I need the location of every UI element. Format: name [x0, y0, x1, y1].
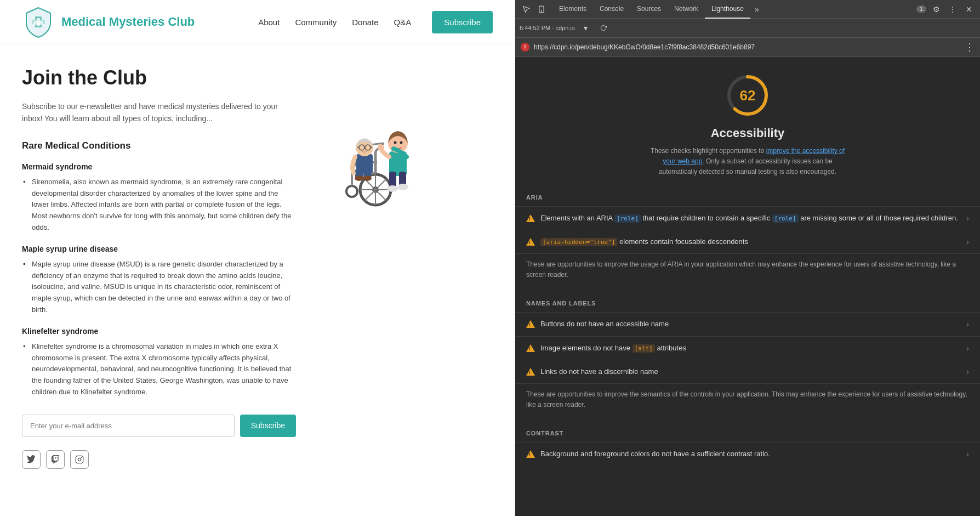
condition-maple-desc: Maple syrup urine disease (MSUD) is a ra… — [22, 259, 296, 316]
names-labels-note: These are opportunities to improve the s… — [515, 383, 980, 419]
device-icon[interactable] — [535, 3, 548, 16]
close-icon[interactable]: ✕ — [962, 3, 976, 16]
email-input[interactable] — [22, 415, 235, 437]
tab-console[interactable]: Console — [593, 0, 630, 19]
devtools-error-bar: ! https://cdpn.io/pen/debug/KKebGwO/0d8e… — [515, 38, 980, 57]
warn-icon-3 — [526, 320, 535, 328]
warn-icon-5 — [526, 367, 535, 376]
score-title: Accessibility — [711, 126, 785, 140]
conditions-section-title: Rare Medical Conditions — [22, 140, 296, 151]
aria-item-1-text: Elements with an ARIA [role] that requir… — [540, 213, 961, 223]
svg-point-48 — [541, 10, 542, 11]
aria-section-header: ARIA — [515, 189, 980, 206]
image-alt-text: Image elements do not have [alt] attribu… — [540, 343, 961, 353]
nav-about[interactable]: About — [258, 18, 280, 27]
website-panel: Medical Mysteries Club About Community D… — [0, 0, 515, 516]
link-name-item[interactable]: Links do not have a discernible name › — [515, 360, 980, 383]
code-role-1: [role] — [614, 214, 641, 223]
score-desc-before: These checks highlight opportunities to — [651, 147, 766, 155]
condition-klinefelter-desc: Klinefelter syndrome is a chromosomal va… — [22, 341, 296, 398]
condition-klinefelter: Klinefelter syndrome Klinefelter syndrom… — [22, 327, 296, 398]
devtools-panel: Elements Console Sources Network Lightho… — [515, 0, 980, 516]
svg-point-45 — [400, 141, 403, 144]
aria-item-2[interactable]: [aria-hidden="true"] elements contain fo… — [515, 230, 980, 253]
nav-links: About Community Donate Q&A Subscribe — [258, 11, 493, 33]
svg-rect-7 — [33, 21, 43, 25]
aria-note: These are opportunities to improve the u… — [515, 253, 980, 289]
condition-mermaid: Mermaid syndrome Sirenomelia, also known… — [22, 162, 296, 234]
svg-point-42 — [397, 184, 408, 190]
condition-maple: Maple syrup urine disease Maple syrup ur… — [22, 245, 296, 316]
svg-point-46 — [378, 144, 384, 151]
condition-mermaid-title: Mermaid syndrome — [22, 162, 296, 171]
warn-icon-1 — [526, 214, 535, 223]
settings-icon[interactable]: ⚙ — [930, 3, 943, 16]
link-name-text: Links do not have a discernible name — [540, 367, 961, 377]
devtools-tabbar: Elements Console Sources Network Lightho… — [515, 0, 980, 19]
chevron-2[interactable]: › — [966, 237, 969, 246]
tab-elements[interactable]: Elements — [552, 0, 593, 19]
aria-item-1[interactable]: Elements with an ARIA [role] that requir… — [515, 206, 980, 230]
more-tabs-icon[interactable]: » — [750, 3, 764, 16]
nav-subscribe-button[interactable]: Subscribe — [432, 11, 493, 33]
chevron-6[interactable]: › — [966, 450, 969, 458]
score-circle: 62 — [726, 73, 770, 117]
time-label: 6:44:52 PM · cdpn.io — [520, 25, 575, 31]
reload-icon[interactable] — [597, 21, 610, 35]
site-title: Medical Mysteries Club — [61, 15, 195, 29]
content-right — [318, 66, 482, 469]
chevron-1[interactable]: › — [966, 214, 969, 223]
svg-rect-8 — [76, 456, 83, 463]
button-name-item[interactable]: Buttons do not have an accessible name › — [515, 312, 980, 336]
tab-sources[interactable]: Sources — [630, 0, 668, 19]
nav-qa[interactable]: Q&A — [394, 18, 412, 27]
navigation: Medical Mysteries Club About Community D… — [0, 0, 515, 44]
nav-logo: Medical Mysteries Club — [22, 5, 195, 38]
subscribe-button[interactable]: Subscribe — [240, 415, 296, 437]
tab-network[interactable]: Network — [668, 0, 705, 19]
error-icon: ! — [521, 43, 529, 52]
condition-mermaid-desc: Sirenomelia, also known as mermaid syndr… — [22, 177, 296, 234]
color-contrast-item[interactable]: Background and foreground colors do not … — [515, 442, 980, 466]
code-role-2: [role] — [772, 214, 799, 223]
svg-point-30 — [355, 175, 363, 181]
code-alt: [alt] — [633, 344, 655, 353]
chevron-4[interactable]: › — [966, 344, 969, 353]
vertical-dots-icon[interactable]: ⋮ — [946, 3, 959, 16]
aria-section: ARIA Elements with an ARIA [role] that r… — [515, 189, 980, 295]
svg-point-44 — [394, 141, 397, 144]
inspect-icon[interactable] — [520, 3, 533, 16]
svg-point-41 — [387, 185, 398, 192]
svg-line-37 — [371, 147, 372, 148]
error-menu-icon[interactable]: ⋮ — [965, 41, 975, 53]
tab-lighthouse[interactable]: Lighthouse — [705, 0, 750, 19]
hero-illustration — [318, 88, 460, 214]
devtools-addressbar: 6:44:52 PM · cdpn.io ▾ — [515, 19, 980, 38]
warn-icon-4 — [526, 344, 535, 353]
dropdown-icon[interactable]: ▾ — [579, 21, 592, 35]
social-icons — [22, 450, 296, 469]
names-labels-section: NAMES AND LABELS Buttons do not have an … — [515, 294, 980, 424]
chevron-5[interactable]: › — [966, 367, 969, 376]
nav-community[interactable]: Community — [295, 18, 337, 27]
nav-donate[interactable]: Donate — [352, 18, 378, 27]
twitter-icon[interactable] — [22, 450, 41, 469]
color-contrast-text: Background and foreground colors do not … — [540, 449, 961, 459]
svg-point-31 — [363, 175, 372, 181]
contrast-header: CONTRAST — [515, 424, 980, 442]
condition-klinefelter-title: Klinefelter syndrome — [22, 327, 296, 336]
instagram-icon[interactable] — [70, 450, 89, 469]
svg-point-17 — [346, 186, 357, 197]
twitch-icon[interactable] — [46, 450, 65, 469]
svg-point-9 — [78, 458, 81, 461]
svg-point-10 — [81, 457, 82, 458]
image-alt-item[interactable]: Image elements do not have [alt] attribu… — [515, 336, 980, 360]
score-section: 62 Accessibility These checks highlight … — [515, 57, 980, 189]
button-name-text: Buttons do not have an accessible name — [540, 319, 961, 329]
main-content: Join the Club Subscribe to our e-newslet… — [0, 44, 515, 491]
names-labels-header: NAMES AND LABELS — [515, 294, 980, 312]
score-description: These checks highlight opportunities to … — [643, 146, 852, 178]
warn-icon-2 — [526, 237, 535, 246]
condition-maple-title: Maple syrup urine disease — [22, 245, 296, 253]
chevron-3[interactable]: › — [966, 320, 969, 328]
